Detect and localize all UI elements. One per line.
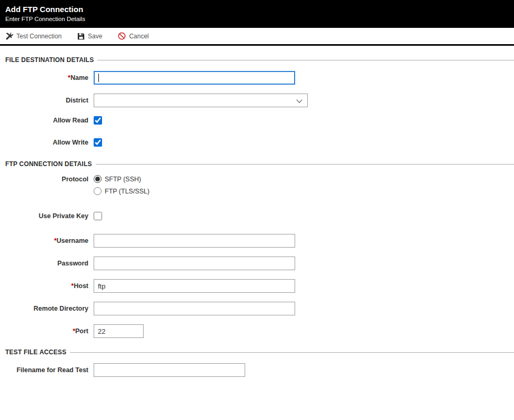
use-private-key-checkbox[interactable] xyxy=(94,212,102,220)
section-file-destination-details: FILE DESTINATION DETAILS xyxy=(5,56,514,64)
section-rule xyxy=(97,60,514,60)
host-label: *Host xyxy=(5,282,94,290)
username-row: *Username xyxy=(5,234,514,248)
page-title: Add FTP Connection xyxy=(5,4,509,15)
username-input[interactable] xyxy=(94,234,295,248)
save-label: Save xyxy=(88,33,102,40)
section-test-file-access: TEST FILE ACCESS xyxy=(5,349,514,356)
form-content: FILE DESTINATION DETAILS *Name District … xyxy=(0,56,514,377)
remote-directory-input[interactable] xyxy=(94,302,295,315)
port-row: *Port xyxy=(5,324,514,338)
username-label: *Username xyxy=(5,237,94,245)
section-rule xyxy=(70,352,514,353)
remote-directory-label: Remote Directory xyxy=(5,304,94,313)
name-row: *Name xyxy=(5,71,514,85)
protocol-row: Protocol SFTP (SSH) FTP (TLS/SSL) xyxy=(5,175,514,195)
save-icon xyxy=(77,33,85,40)
allow-write-checkbox[interactable] xyxy=(94,138,102,147)
ftp-radio-label[interactable]: FTP (TLS/SSL) xyxy=(105,188,149,195)
name-input[interactable] xyxy=(94,71,295,85)
test-connection-label: Test Connection xyxy=(16,33,62,40)
filename-read-test-row: Filename for Read Test xyxy=(5,363,514,377)
host-row: *Host xyxy=(5,279,514,293)
filename-read-test-label: Filename for Read Test xyxy=(5,366,94,374)
section-rule xyxy=(96,164,514,165)
use-private-key-label: Use Private Key xyxy=(5,212,94,220)
sftp-radio-label[interactable]: SFTP (SSH) xyxy=(105,176,141,183)
section-ftp-connection-details: FTP CONNECTION DETAILS xyxy=(5,160,514,168)
cancel-label: Cancel xyxy=(129,33,148,40)
protocol-label: Protocol xyxy=(5,175,94,183)
password-input[interactable] xyxy=(94,257,295,270)
remote-directory-row: Remote Directory xyxy=(5,302,514,315)
allow-read-row: Allow Read xyxy=(5,116,514,125)
port-label: *Port xyxy=(5,327,94,335)
cancel-button[interactable]: Cancel xyxy=(118,32,148,40)
page-header: Add FTP Connection Enter FTP Connection … xyxy=(0,0,514,28)
protocol-option-ftp[interactable]: FTP (TLS/SSL) xyxy=(94,187,149,195)
page-subtitle: Enter FTP Connection Details xyxy=(5,16,509,22)
cancel-icon xyxy=(118,32,126,40)
district-row: District xyxy=(5,94,514,107)
password-label: Password xyxy=(5,259,94,268)
allow-write-label: Allow Write xyxy=(5,138,94,147)
district-select[interactable] xyxy=(94,94,308,107)
section-title: FTP CONNECTION DETAILS xyxy=(5,160,92,168)
section-title: TEST FILE ACCESS xyxy=(5,349,66,356)
section-title: FILE DESTINATION DETAILS xyxy=(5,56,94,64)
use-private-key-row: Use Private Key xyxy=(5,212,514,220)
save-button[interactable]: Save xyxy=(77,33,102,40)
district-label: District xyxy=(5,96,94,105)
toolbar: Test Connection Save Cancel xyxy=(0,28,514,46)
allow-read-label: Allow Read xyxy=(5,116,94,125)
allow-write-row: Allow Write xyxy=(5,138,514,147)
test-connection-button[interactable]: Test Connection xyxy=(5,32,62,40)
tools-icon xyxy=(5,32,13,40)
allow-read-checkbox[interactable] xyxy=(94,116,102,125)
host-input[interactable] xyxy=(94,279,295,293)
name-label: *Name xyxy=(5,74,94,82)
sftp-radio[interactable] xyxy=(94,175,102,183)
protocol-option-sftp[interactable]: SFTP (SSH) xyxy=(94,175,149,183)
password-row: Password xyxy=(5,257,514,270)
ftp-radio[interactable] xyxy=(94,187,102,195)
protocol-radio-group: SFTP (SSH) FTP (TLS/SSL) xyxy=(94,175,149,195)
filename-read-test-input[interactable] xyxy=(94,363,245,377)
port-input[interactable] xyxy=(94,324,144,338)
text-caret xyxy=(98,74,99,82)
